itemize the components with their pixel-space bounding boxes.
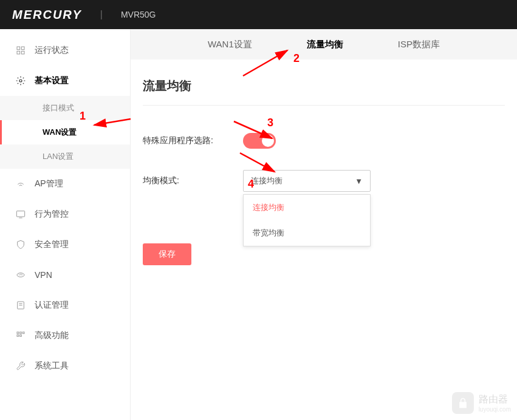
watermark-lock-icon [452,392,474,414]
nav-label: 系统工具 [35,361,69,371]
row-special-routing: 特殊应用程序选路: [143,133,505,149]
svg-text:VPN: VPN [19,274,23,276]
sub-wan-settings[interactable]: WAN设置 [0,120,130,144]
nav-system-tools[interactable]: 系统工具 [0,351,130,381]
nav-behavior-control[interactable]: 行为管控 [0,199,130,229]
nav-status[interactable]: 运行状态 [0,35,130,66]
main-content: WAN1设置 流量均衡 ISP数据库 流量均衡 特殊应用程序选路: 均衡模式: … [131,29,517,420]
dropdown-option-connection[interactable]: 连接均衡 [244,195,370,220]
svg-rect-1 [21,47,24,50]
nav-label: 安全管理 [35,239,69,250]
watermark-sub: luyouqi.com [479,406,511,413]
nav-label: 运行状态 [35,45,69,56]
monitor-icon [15,209,26,220]
dashboard-icon [15,45,26,56]
row-balance-mode: 均衡模式: 连接均衡 ▼ 连接均衡 带宽均衡 [143,170,505,192]
nav-basic-settings[interactable]: 基本设置 [0,66,130,96]
nav-auth[interactable]: 认证管理 [0,290,130,320]
svg-rect-0 [17,47,20,50]
nav-label: 行为管控 [35,209,69,220]
advanced-icon [15,330,26,341]
balance-mode-dropdown: 连接均衡 带宽均衡 [243,194,371,246]
nav-security[interactable]: 安全管理 [0,229,130,260]
nav-label: VPN [35,270,52,280]
model-name: MVR50G [121,10,156,19]
svg-rect-3 [21,51,24,54]
svg-rect-5 [16,211,24,217]
gear-icon [15,75,26,86]
header-bar: MERCURY | MVR50G [0,0,517,29]
tab-wan1[interactable]: WAN1设置 [205,39,255,50]
svg-rect-13 [20,332,22,334]
select-value: 连接均衡 [251,175,282,186]
balance-mode-select[interactable]: 连接均衡 ▼ [243,170,371,192]
nav-ap-management[interactable]: AP管理 [0,169,130,199]
auth-icon [15,300,26,311]
sub-items: 接口模式 WAN设置 LAN设置 [0,96,130,169]
sub-lan-settings[interactable]: LAN设置 [0,144,130,169]
svg-rect-12 [17,332,19,334]
save-button[interactable]: 保存 [143,243,191,265]
shield-icon [15,239,26,250]
tabs-bar: WAN1设置 流量均衡 ISP数据库 [131,29,517,59]
nav-vpn[interactable]: VPN VPN [0,260,130,290]
tab-traffic-balance[interactable]: 流量均衡 [304,39,346,50]
dropdown-option-bandwidth[interactable]: 带宽均衡 [244,220,370,246]
nav-label: 基本设置 [35,75,69,86]
watermark-title: 路由器 [479,393,511,406]
tab-isp-database[interactable]: ISP数据库 [395,39,443,50]
nav-advanced[interactable]: 高级功能 [0,320,130,351]
wifi-icon [15,178,26,189]
sub-interface-mode[interactable]: 接口模式 [0,96,130,120]
tools-icon [15,361,26,371]
balance-mode-label: 均衡模式: [143,175,243,186]
svg-point-4 [19,80,22,82]
special-routing-toggle[interactable] [243,133,276,149]
nav-label: 认证管理 [35,300,69,311]
sidebar: 运行状态 基本设置 接口模式 WAN设置 LAN设置 AP管理 行为管控 安全管… [0,29,131,420]
svg-rect-14 [22,332,24,334]
brand-logo: MERCURY [12,8,82,22]
vpn-icon: VPN [15,269,26,280]
nav-label: 高级功能 [35,330,69,341]
nav-label: AP管理 [35,178,63,189]
svg-rect-2 [17,51,20,54]
header-divider: | [100,9,103,20]
chevron-down-icon: ▼ [355,177,363,186]
special-routing-label: 特殊应用程序选路: [143,135,243,146]
svg-rect-16 [20,335,22,337]
content-area: 流量均衡 特殊应用程序选路: 均衡模式: 连接均衡 ▼ 连接均衡 带宽均衡 [131,59,517,420]
page-title: 流量均衡 [143,78,505,106]
svg-rect-15 [17,335,19,337]
watermark: 路由器 luyouqi.com [452,392,511,414]
